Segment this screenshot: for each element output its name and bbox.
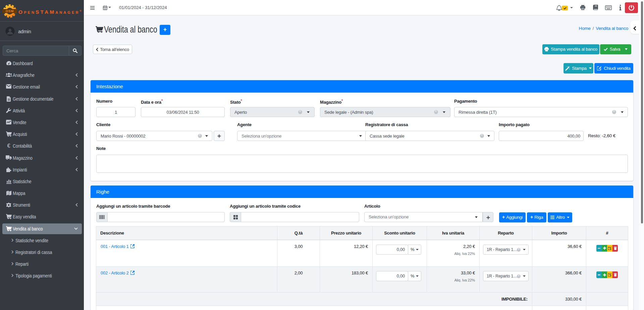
svg-text:OSM: OSM [6, 9, 14, 13]
